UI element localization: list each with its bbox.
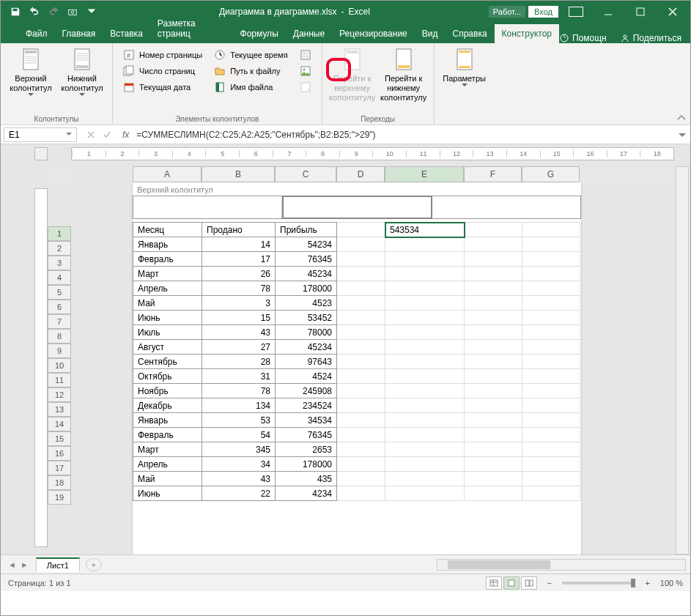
row-header[interactable]: 4 bbox=[48, 270, 71, 285]
tab-file[interactable]: Файл bbox=[18, 24, 55, 43]
cell[interactable] bbox=[522, 325, 580, 340]
cell[interactable]: 43 bbox=[202, 325, 276, 340]
cell[interactable] bbox=[522, 223, 580, 237]
cell[interactable] bbox=[522, 398, 580, 413]
row-header[interactable]: 16 bbox=[48, 446, 71, 461]
cell[interactable] bbox=[337, 340, 385, 355]
cell[interactable] bbox=[385, 237, 465, 252]
row-header[interactable]: 11 bbox=[48, 373, 71, 387]
camera-icon[interactable] bbox=[64, 3, 81, 21]
cell[interactable] bbox=[337, 442, 385, 457]
cell[interactable] bbox=[465, 296, 522, 311]
row-header[interactable]: 1 bbox=[48, 226, 71, 241]
cell-selected[interactable]: 543534 bbox=[385, 223, 465, 237]
row-header[interactable]: 17 bbox=[48, 461, 71, 475]
cell[interactable]: 78000 bbox=[276, 325, 337, 340]
cell[interactable] bbox=[385, 442, 465, 457]
cell[interactable] bbox=[522, 311, 580, 325]
cell[interactable] bbox=[337, 311, 385, 325]
cell[interactable]: 345 bbox=[202, 442, 276, 457]
goto-footer-button[interactable]: Перейти к нижнему колонтитулу bbox=[378, 46, 429, 105]
cell[interactable]: Декабрь bbox=[133, 398, 202, 413]
cell[interactable] bbox=[385, 325, 465, 340]
name-box[interactable]: E1 bbox=[4, 127, 77, 142]
cell[interactable] bbox=[385, 369, 465, 384]
cell[interactable]: 53452 bbox=[276, 311, 337, 325]
tab-formulas[interactable]: Формулы bbox=[233, 24, 286, 43]
undo-icon[interactable] bbox=[26, 3, 43, 21]
cell[interactable] bbox=[337, 398, 385, 413]
cell[interactable] bbox=[385, 355, 465, 369]
col-header-b[interactable]: B bbox=[202, 166, 275, 182]
header-left-section[interactable] bbox=[133, 196, 282, 218]
tab-help[interactable]: Справка bbox=[446, 24, 495, 43]
cell[interactable]: Июнь bbox=[133, 486, 202, 501]
cell[interactable] bbox=[465, 486, 522, 501]
cell[interactable] bbox=[465, 355, 522, 369]
cell[interactable] bbox=[522, 472, 580, 486]
row-header[interactable]: 13 bbox=[48, 402, 71, 417]
row-header[interactable]: 15 bbox=[48, 431, 71, 446]
sheet-name-button[interactable] bbox=[297, 48, 314, 62]
sheet-tab[interactable]: Лист1 bbox=[36, 557, 80, 572]
cell[interactable]: Март bbox=[133, 267, 202, 281]
cell[interactable]: 4523 bbox=[276, 296, 337, 311]
cell[interactable]: Апрель bbox=[133, 457, 202, 472]
redo-icon[interactable] bbox=[45, 3, 62, 21]
cell[interactable] bbox=[522, 457, 580, 472]
cell[interactable]: 76345 bbox=[276, 252, 337, 267]
tell-me-button[interactable]: Помощн bbox=[559, 33, 607, 43]
format-picture-button[interactable] bbox=[297, 80, 314, 94]
cell[interactable] bbox=[385, 486, 465, 501]
cell[interactable]: 14 bbox=[202, 237, 276, 252]
col-header-c[interactable]: C bbox=[275, 166, 336, 182]
share-button[interactable]: Поделиться bbox=[620, 33, 681, 43]
cell[interactable] bbox=[465, 442, 522, 457]
sheet-nav-next-icon[interactable]: ► bbox=[21, 560, 29, 569]
cell[interactable]: 4524 bbox=[276, 369, 337, 384]
cell[interactable]: Май bbox=[133, 296, 202, 311]
cell[interactable]: Январь bbox=[133, 237, 202, 252]
cell[interactable] bbox=[522, 428, 580, 442]
cell[interactable] bbox=[465, 398, 522, 413]
formula-input[interactable]: =СУММЕСЛИМН(C2:C25;A2:A25;"Сентябрь";B2:… bbox=[133, 128, 674, 141]
cell[interactable] bbox=[337, 223, 385, 237]
cell[interactable]: 54234 bbox=[276, 237, 337, 252]
cell[interactable] bbox=[465, 223, 522, 237]
cell[interactable] bbox=[465, 237, 522, 252]
tab-view[interactable]: Вид bbox=[415, 24, 446, 43]
vertical-ruler[interactable] bbox=[34, 188, 48, 547]
file-name-button[interactable]: Имя файла bbox=[211, 80, 290, 94]
cell[interactable] bbox=[385, 296, 465, 311]
vertical-scrollbar[interactable] bbox=[676, 166, 689, 554]
cell[interactable]: Июнь bbox=[133, 311, 202, 325]
current-date-button[interactable]: Текущая дата bbox=[120, 80, 205, 94]
cell[interactable]: Ноябрь bbox=[133, 384, 202, 398]
cell[interactable] bbox=[385, 267, 465, 281]
cell[interactable]: 28 bbox=[202, 355, 276, 369]
minimize-icon[interactable] bbox=[594, 1, 623, 23]
cell[interactable] bbox=[337, 355, 385, 369]
cell[interactable] bbox=[337, 252, 385, 267]
cell[interactable] bbox=[522, 369, 580, 384]
cell[interactable] bbox=[522, 442, 580, 457]
current-time-button[interactable]: Текущее время bbox=[211, 48, 290, 62]
cell[interactable]: Апрель bbox=[133, 281, 202, 296]
cell[interactable] bbox=[465, 281, 522, 296]
col-header-e[interactable]: E bbox=[385, 166, 464, 182]
tab-page-layout[interactable]: Разметка страниц bbox=[150, 14, 233, 43]
cell[interactable] bbox=[522, 384, 580, 398]
cell[interactable] bbox=[385, 413, 465, 428]
cell[interactable]: Октябрь bbox=[133, 369, 202, 384]
col-header-d[interactable]: D bbox=[336, 166, 385, 182]
expand-formula-icon[interactable] bbox=[674, 132, 690, 138]
cell[interactable]: Май bbox=[133, 472, 202, 486]
cell[interactable] bbox=[337, 369, 385, 384]
cell[interactable]: Месяц bbox=[133, 223, 202, 237]
data-grid[interactable]: Месяц Продано Прибыль 543534 Январь14542… bbox=[133, 222, 580, 501]
cell[interactable]: 54 bbox=[202, 428, 276, 442]
header-footer-editor[interactable] bbox=[133, 196, 581, 219]
header-right-section[interactable] bbox=[432, 196, 580, 218]
row-header[interactable]: 19 bbox=[48, 490, 71, 505]
cell[interactable]: 45234 bbox=[276, 267, 337, 281]
